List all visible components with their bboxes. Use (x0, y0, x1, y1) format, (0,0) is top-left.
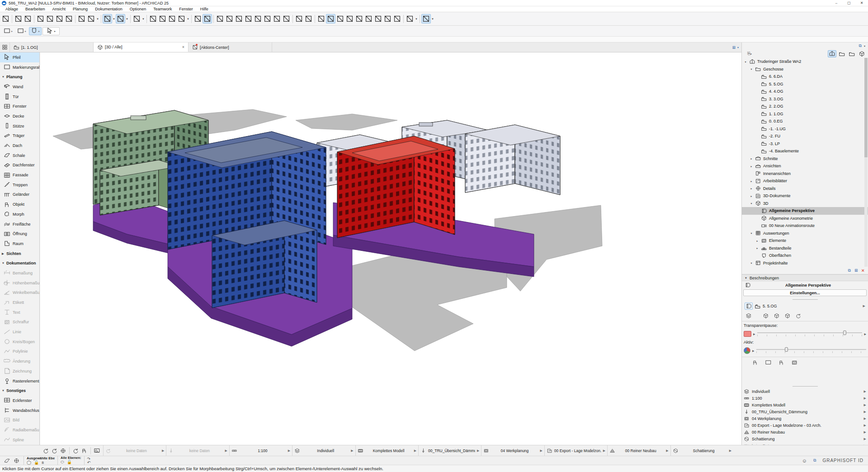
story-chip-icon[interactable] (745, 302, 753, 310)
view-map-icon[interactable] (838, 50, 846, 57)
tool-pfeil[interactable]: Pfeil (0, 52, 39, 62)
tab-close-icon[interactable]: × (178, 45, 184, 49)
navigator-pin-icon[interactable]: ⎘▸ (744, 50, 755, 57)
tool-höhenbemaßu[interactable]: Höhenbemaßu... (0, 278, 39, 288)
text-style-icon[interactable] (345, 14, 354, 24)
tab-1-1-og[interactable]: [1. 1.OG] (10, 42, 94, 52)
user-account-icon[interactable]: ☺ (802, 458, 807, 463)
transparency-slider-handle[interactable] (843, 330, 846, 335)
tree-item-allgemeine-axonometrie[interactable]: Allgemeine Axonometrie (742, 215, 868, 222)
tool-dach[interactable]: Dach (0, 141, 39, 151)
save-icon[interactable] (1, 14, 10, 24)
close-button[interactable]: ✕ (855, 0, 868, 6)
segment-arrow-icon[interactable]: ▶ (351, 449, 353, 453)
selection-shell-icon[interactable] (4, 458, 10, 464)
3d-cutaway-dropdown-icon[interactable]: ▼ (415, 14, 418, 24)
orbit-back-icon[interactable] (42, 448, 49, 454)
expand-arrow-icon[interactable]: ▸ (750, 194, 753, 198)
redo-icon[interactable] (23, 14, 33, 24)
tool-radialbemaßu[interactable]: Radialbemaßu... (0, 425, 39, 435)
adjust-icon[interactable] (225, 14, 234, 24)
settings-eye-icon[interactable] (13, 458, 20, 464)
property-arrow-icon[interactable]: ▶ (864, 390, 866, 393)
tool-markierungsrah[interactable]: Markierungsrah... (0, 62, 39, 72)
pie-arrow-icon[interactable]: ▶ (752, 349, 755, 352)
split-icon[interactable] (215, 14, 225, 24)
property-schattierung[interactable]: Schattierung ▶ (742, 435, 868, 442)
segment-04-werkplanung[interactable]: 04 Werkplanung ▶ (481, 445, 544, 456)
tree-item-truderinger-straße-wa2[interactable]: ▾ Truderinger Straße WA2 (742, 58, 868, 66)
orbit-forward-icon[interactable] (51, 448, 58, 454)
tree-item-geschosse[interactable]: ▾ Geschosse (742, 66, 868, 73)
transparency-menu-arrow-icon[interactable]: ▶ (864, 332, 866, 335)
collapse-arrow-icon[interactable]: ▾ (750, 202, 753, 205)
pick-up-parameters-icon[interactable] (45, 14, 55, 24)
tree-item-6-6-da[interactable]: 6. 6.DA (742, 73, 868, 80)
undo-arrow-icon[interactable]: ↶ (87, 461, 91, 464)
segment-arrow-icon[interactable]: ▶ (666, 449, 668, 453)
collapse-arrow-icon[interactable]: ▾ (744, 60, 747, 63)
ruler-guides-dropdown-icon[interactable]: ▼ (96, 14, 99, 24)
segment-00-tru-übersicht-dämmu[interactable]: 00_TRU_Übersicht_Dämmu... ▶ (418, 445, 481, 456)
tree-item-elemente[interactable]: ▸ Elemente (742, 237, 868, 245)
segment-arrow-icon[interactable]: ▶ (540, 449, 542, 453)
gravity-mesh-dropdown-icon[interactable]: ▼ (186, 14, 190, 24)
tab-menu-icon[interactable]: ▾ (737, 46, 739, 49)
snap-references-icon[interactable] (116, 14, 125, 24)
tree-item-4-bauelemente[interactable]: -4. Bauelemente (742, 147, 868, 155)
tree-item-arbeitsblätter[interactable]: ▸ Arbeitsblätter (742, 177, 868, 185)
tool-freifläche[interactable]: Freifläche (0, 219, 39, 229)
menu-planung[interactable]: Planung (69, 7, 91, 11)
undo-icon[interactable] (14, 14, 23, 24)
tree-item-3d[interactable]: ▾ 3D (742, 200, 868, 208)
lock-layer-icon[interactable]: 🔓 (34, 460, 39, 465)
tree-item-3d-dokumente[interactable]: ▸ 3D-Dokumente (742, 192, 868, 200)
tool-etikett[interactable]: Etikett (0, 297, 39, 307)
property-arrow-icon[interactable]: ▶ (864, 417, 866, 420)
segment-arrow-icon[interactable]: ▶ (477, 449, 479, 453)
tool-eckfenster[interactable]: Eckfenster (0, 396, 39, 406)
delete-icon[interactable]: × (862, 268, 864, 273)
expand-arrow-icon[interactable]: ▸ (755, 239, 759, 242)
auto-dimension-icon[interactable] (193, 14, 203, 24)
property-arrow-icon[interactable]: ▶ (864, 424, 866, 427)
compare-views-icon[interactable] (778, 359, 785, 366)
gravity-roof-icon[interactable] (158, 14, 167, 24)
quick-layers-icon[interactable] (326, 14, 335, 24)
property-00-reiner-neubau[interactable]: 00 Reiner Neubau ▶ (742, 429, 868, 435)
shadows-dropdown-icon[interactable]: ▼ (431, 14, 434, 24)
marquee-single-button[interactable]: ▸ (15, 27, 28, 35)
resize-icon[interactable] (263, 14, 272, 24)
tool-wandabschlus[interactable]: Wandabschlus... (0, 406, 39, 415)
tool-linie[interactable]: Linie (0, 327, 39, 337)
tool-stütze[interactable]: Stütze (0, 121, 39, 131)
refresh-view-icon[interactable] (795, 313, 802, 319)
tool-zeichnung[interactable]: Zeichnung (0, 366, 39, 376)
segment-arrow-icon[interactable]: ▶ (225, 449, 227, 453)
segment-00-reiner-neubau[interactable]: 00 Reiner Neubau ▶ (607, 445, 670, 456)
switch-windows-icon[interactable]: ⧉ (859, 43, 862, 48)
new-viewpoint-icon[interactable]: ⊞ (854, 268, 858, 273)
snap-references-dropdown-icon[interactable]: ▼ (125, 14, 129, 24)
collapse-arrow-icon[interactable]: ▾ (750, 231, 753, 235)
tool-treppen[interactable]: Treppen (0, 180, 39, 190)
segment-schattierung[interactable]: Schattierung ▶ (670, 445, 733, 456)
tab-overview-icon[interactable] (0, 42, 10, 52)
tool-raum[interactable]: Raum (0, 239, 39, 249)
maximize-button[interactable]: ▢ (843, 0, 855, 6)
tool-öffnung[interactable]: Öffnung (0, 229, 39, 239)
expand-arrow-icon[interactable]: ▸ (755, 246, 759, 250)
property-individuell[interactable]: Individuell ▶ (742, 388, 868, 395)
walk-icon[interactable] (81, 448, 88, 454)
show-all-layers-icon[interactable]: ⬭ (61, 460, 64, 465)
tree-item-projektinhalte[interactable]: ▾ Projektinhalte (742, 260, 868, 267)
collapse-arrow-icon[interactable]: ▾ (750, 261, 753, 264)
segment-keine-daten[interactable]: keine Daten ▶ (166, 445, 229, 456)
tree-scrollbar[interactable] (864, 58, 868, 267)
solo-layer-icon[interactable]: ʙ (42, 460, 44, 465)
copy-settings-icon[interactable] (765, 359, 772, 366)
grid-snap-dropdown-icon[interactable]: ▼ (142, 14, 145, 24)
swatch-arrow-icon[interactable]: ▶ (753, 332, 755, 335)
flag-marker-icon[interactable] (335, 14, 345, 24)
gravity-mesh-icon[interactable] (177, 14, 186, 24)
